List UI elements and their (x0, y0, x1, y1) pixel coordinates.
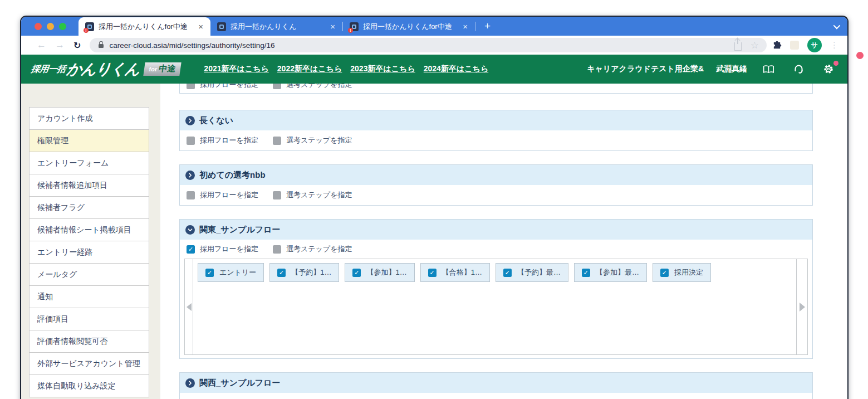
gear-notification-dot (833, 61, 838, 66)
flow-step-chip-yoyaku-final[interactable]: 【予約】最… (496, 263, 568, 282)
chevron-right-circle-icon[interactable] (185, 116, 195, 125)
section-title: 関西_サンプルフロー (199, 378, 280, 388)
sidebar-item-evaluation-items[interactable]: 評価項目 (30, 308, 149, 330)
profile-avatar[interactable]: サ (807, 38, 822, 52)
section-header[interactable]: 初めての選考nbb (180, 165, 812, 185)
sidebar-item-media-auto-import[interactable]: 媒体自動取り込み設定 (30, 375, 149, 397)
sidebar-item-candidate-flags[interactable]: 候補者フラグ (30, 197, 149, 219)
section-header[interactable]: 長くない (180, 110, 812, 130)
browser-menu-icon[interactable]: ⋮ (830, 40, 838, 50)
tab-close-icon[interactable]: × (197, 22, 205, 31)
logo-main-text: かんりくん (65, 59, 141, 79)
chevron-right-circle-icon[interactable] (185, 378, 195, 388)
section-header[interactable]: 関西_サンプルフロー (180, 373, 812, 393)
sidebar-item-entry-route[interactable]: エントリー経路 (30, 241, 149, 264)
tab-recruit-mid-active[interactable]: 採用一括かんりくんfor中途 × (79, 17, 210, 36)
flow-step-chip-sanka-final[interactable]: 【参加】最… (574, 263, 647, 282)
step-checkbox-checked[interactable] (660, 269, 669, 277)
step-checkbox-label: 選考ステップを指定 (286, 135, 352, 145)
flow-step-chip-yoyaku-1[interactable]: 【予約】1… (269, 263, 339, 282)
carousel-prev-button[interactable] (185, 259, 193, 354)
flow-checkbox-unchecked[interactable] (187, 84, 195, 89)
forward-button[interactable]: → (51, 40, 69, 51)
sidebar-item-authority-active[interactable]: 権限管理 (30, 130, 149, 152)
lock-icon (99, 44, 104, 48)
sidebar-item-candidate-extra-fields[interactable]: 候補者情報追加項目 (30, 174, 149, 197)
flow-step-chip-sanka-1[interactable]: 【参加】1… (345, 263, 414, 282)
url-text[interactable]: career-cloud.asia/mid/settings/authority… (109, 41, 274, 50)
step-checkbox-label: 選考ステップを指定 (286, 84, 352, 90)
page-body: アカウント作成 権限管理 エントリーフォーム 候補者情報追加項目 候補者フラグ … (21, 84, 847, 399)
sidebar-item-external-service-accounts[interactable]: 外部サービスアカウント管理 (30, 353, 149, 375)
chevron-down-circle-icon[interactable] (185, 225, 195, 235)
nav-link-2024[interactable]: 2024新卒はこちら (424, 64, 488, 74)
flow-checkbox-label: 採用フローを指定 (200, 244, 258, 254)
sidebar-item-mail-tags[interactable]: メールタグ (30, 264, 149, 286)
tab-divider (475, 22, 475, 31)
flow-checkbox-unchecked[interactable] (187, 137, 195, 145)
tab-recruit-mid-2[interactable]: 採用一括かんりくんfor中途 × (343, 17, 475, 36)
step-checkbox-checked[interactable] (205, 269, 214, 277)
reload-button[interactable]: ↻ (69, 40, 85, 51)
tab-title: 採用一括かんりくんfor中途 (363, 22, 457, 32)
chevron-down-icon[interactable] (833, 22, 841, 29)
minimize-window-button[interactable] (47, 23, 54, 30)
nav-link-2021[interactable]: 2021新卒はこちら (204, 64, 268, 74)
flow-step-chip-gokaku-1[interactable]: 【合格】1… (420, 263, 490, 282)
sidebar-item-notifications[interactable]: 通知 (30, 286, 149, 308)
nav-link-2023[interactable]: 2023新卒はこちら (350, 64, 415, 74)
tab-close-icon[interactable]: × (328, 22, 337, 31)
step-checkbox-unchecked[interactable] (273, 137, 281, 145)
step-checkbox-checked[interactable] (503, 269, 512, 277)
new-tab-button[interactable]: + (481, 20, 494, 32)
address-bar[interactable]: career-cloud.asia/mid/settings/authority… (90, 38, 767, 52)
manual-book-icon[interactable] (759, 65, 778, 74)
tab-strip: 採用一括かんりくんfor中途 × 採用一括かんりくん × 採用一括かんりくんfo… (21, 17, 847, 36)
user-name[interactable]: 武淵真緒 (716, 64, 747, 74)
logo-prefix-text: 採用一括 (31, 64, 67, 75)
flow-section-clipped-top: 採用フローを指定 選考ステップを指定 (179, 84, 813, 94)
flow-section-hajimete-nbb: 初めての選考nbb 採用フローを指定 選考ステップを指定 (179, 164, 813, 206)
settings-gear-icon[interactable] (820, 64, 837, 75)
flow-step-chip-entry[interactable]: エントリー (198, 263, 264, 282)
header-nav: 2021新卒はこちら 2022新卒はこちら 2023新卒はこちら 2024新卒は… (204, 64, 488, 74)
sidebar-item-candidate-sheet-fields[interactable]: 候補者情報シート掲載項目 (30, 219, 149, 241)
flow-step-chip-saiyou-kettei[interactable]: 採用決定 (653, 263, 711, 282)
step-checkbox-checked[interactable] (582, 269, 590, 277)
sidebar-item-entry-form[interactable]: エントリーフォーム (30, 152, 149, 174)
chevron-right-circle-icon[interactable] (185, 171, 195, 180)
app-logo[interactable]: 採用一括 かんりくん for 中途 (30, 59, 182, 79)
sidebar-item-account-create[interactable]: アカウント作成 (30, 108, 149, 130)
section-header[interactable]: 関東_サンプルフロー (180, 220, 812, 240)
tab-recruit-new-grad[interactable]: 採用一括かんりくん × (210, 17, 342, 36)
step-checkbox-checked[interactable] (277, 269, 286, 277)
extension-placeholder-icon[interactable] (790, 41, 799, 50)
step-checkbox-checked[interactable] (352, 269, 361, 277)
nav-link-2022[interactable]: 2022新卒はこちら (277, 64, 342, 74)
flow-steps-carousel: エントリー 【予約】1… 【参加】1… 【合格】1… 【予約】最… 【参加】最…… (184, 259, 808, 355)
bookmark-star-icon[interactable]: ☆ (751, 40, 759, 51)
arrow-right-icon (800, 303, 805, 312)
headset-support-icon[interactable] (790, 64, 807, 75)
flow-section-nagakunai: 長くない 採用フローを指定 選考ステップを指定 (179, 110, 813, 151)
share-icon[interactable] (734, 42, 742, 51)
badge-target-text: 中途 (158, 64, 176, 74)
arrow-left-icon (187, 303, 192, 311)
close-window-button[interactable] (35, 23, 42, 30)
flow-checkbox-label: 採用フローを指定 (200, 135, 258, 145)
step-checkbox-unchecked[interactable] (273, 245, 281, 254)
maximize-window-button[interactable] (59, 23, 66, 30)
flow-checkbox-checked[interactable] (187, 245, 195, 254)
authority-settings-content: 採用フローを指定 選考ステップを指定 長くない 採用フローを指定 (160, 84, 847, 399)
step-checkbox-checked[interactable] (428, 269, 437, 277)
extensions-puzzle-icon[interactable] (772, 41, 782, 50)
sidebar-item-evaluator-visibility[interactable]: 評価者情報閲覧可否 (30, 330, 149, 353)
step-checkbox-unchecked[interactable] (273, 84, 281, 89)
carousel-next-button[interactable] (796, 259, 807, 354)
step-checkbox-unchecked[interactable] (273, 191, 281, 199)
tab-close-icon[interactable]: × (461, 22, 469, 31)
flow-steps-list: エントリー 【予約】1… 【参加】1… 【合格】1… 【予約】最… 【参加】最…… (193, 259, 796, 354)
back-button[interactable]: ← (32, 40, 51, 51)
section-title: 初めての選考nbb (199, 170, 266, 181)
flow-checkbox-unchecked[interactable] (187, 191, 195, 199)
